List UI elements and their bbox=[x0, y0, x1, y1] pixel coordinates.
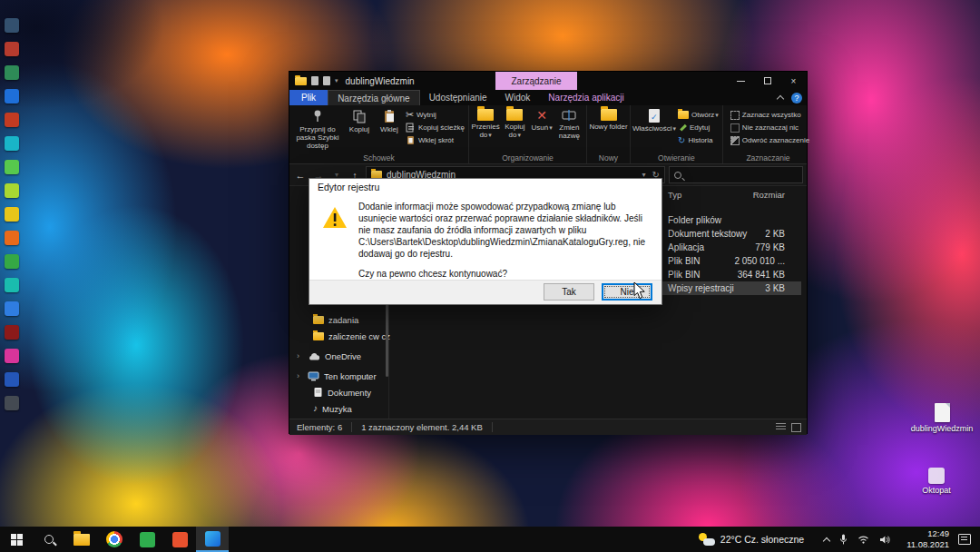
sidebar-item-this-pc[interactable]: › Ten komputer bbox=[289, 368, 389, 384]
tab-file[interactable]: Plik bbox=[289, 90, 328, 105]
cut-button[interactable]: ✂ Wytnij bbox=[406, 109, 465, 121]
taskbar-app-green[interactable] bbox=[131, 527, 163, 552]
history-button[interactable]: ↻ Historia bbox=[678, 134, 719, 146]
chevron-right-icon[interactable]: › bbox=[297, 351, 303, 360]
start-button[interactable] bbox=[0, 527, 33, 552]
ribbon-tabs: Plik Narzędzia główne Udostępnianie Wido… bbox=[289, 90, 807, 105]
system-tray bbox=[815, 534, 899, 545]
maximize-icon bbox=[764, 77, 771, 84]
taskbar-search-button[interactable] bbox=[33, 527, 65, 552]
desktop-icon[interactable] bbox=[5, 231, 19, 245]
back-button[interactable]: ← bbox=[293, 170, 308, 181]
desktop-icon[interactable] bbox=[5, 372, 19, 387]
context-tab-header[interactable]: Zarządzanie bbox=[495, 72, 577, 90]
network-icon[interactable] bbox=[858, 535, 869, 544]
desktop-icon[interactable] bbox=[5, 18, 19, 33]
select-none-button[interactable]: Nie zaznaczaj nic bbox=[730, 122, 809, 133]
chrome-icon bbox=[106, 531, 122, 547]
chevron-right-icon[interactable]: › bbox=[297, 371, 303, 380]
move-to-button[interactable]: Przenieś do bbox=[471, 106, 500, 152]
desktop: ▾ dublingWiedzmin Zarządzanie × Plik Nar… bbox=[0, 0, 980, 552]
properties-button[interactable]: ✓ Właściwości bbox=[632, 106, 676, 152]
action-center-icon[interactable] bbox=[958, 534, 971, 545]
desktop-icon[interactable] bbox=[5, 278, 19, 292]
desktop-icon[interactable] bbox=[5, 136, 19, 151]
copy-to-button[interactable]: Kopiuj do bbox=[500, 106, 529, 152]
tab-home[interactable]: Narzędzia główne bbox=[328, 90, 420, 105]
sidebar-item-zadania[interactable]: zadania bbox=[289, 311, 389, 328]
file-icon bbox=[935, 403, 950, 422]
quick-access-icon[interactable] bbox=[323, 76, 330, 85]
desktop-icon[interactable] bbox=[5, 65, 19, 80]
taskbar-clock[interactable]: 12:49 11.08.2021 bbox=[899, 528, 956, 550]
yes-button[interactable]: Tak bbox=[544, 283, 594, 301]
help-icon[interactable] bbox=[791, 93, 802, 104]
edit-button[interactable]: Edytuj bbox=[678, 122, 719, 133]
desktop-icon-dublingwiedzmin[interactable]: dublingWiedzmin bbox=[912, 403, 972, 434]
no-button[interactable]: Nie bbox=[602, 283, 652, 301]
desktop-icon[interactable] bbox=[5, 183, 19, 198]
close-button[interactable]: × bbox=[780, 72, 807, 90]
column-header-type[interactable]: Typ bbox=[668, 190, 681, 204]
tab-view[interactable]: Widok bbox=[496, 90, 540, 105]
copy-path-button[interactable]: Kopiuj ścieżkę bbox=[406, 122, 465, 133]
new-folder-button[interactable]: Nowy folder bbox=[589, 106, 628, 152]
hidden-icons-chevron[interactable] bbox=[823, 537, 830, 544]
desktop-icon[interactable] bbox=[5, 160, 19, 174]
column-header-size[interactable]: Rozmiar bbox=[689, 190, 785, 204]
desktop-icon[interactable] bbox=[5, 254, 19, 269]
search-input[interactable] bbox=[669, 166, 803, 183]
desktop-icon[interactable] bbox=[5, 89, 19, 104]
taskbar-weather[interactable]: 22°C Cz. słoneczne bbox=[688, 533, 815, 546]
title-bar[interactable]: ▾ dublingWiedzmin Zarządzanie × bbox=[289, 72, 807, 90]
open-button[interactable]: Otwórz bbox=[678, 109, 719, 121]
details-view-button[interactable] bbox=[776, 423, 786, 431]
select-all-button[interactable]: Zaznacz wszystko bbox=[730, 109, 809, 121]
delete-button[interactable]: ✕ Usuń bbox=[529, 106, 554, 152]
paste-shortcut-button[interactable]: Wklej skrót bbox=[406, 134, 465, 146]
ribbon-group-organize: Przenieś do Kopiuj do ✕ Usuń Zmień nazwę bbox=[469, 105, 587, 163]
desktop-icon[interactable] bbox=[5, 42, 19, 56]
collapse-ribbon-icon[interactable] bbox=[777, 95, 784, 103]
ribbon-group-new: Nowy folder Nowy bbox=[587, 105, 631, 163]
chevron-down-icon[interactable]: ▾ bbox=[335, 77, 338, 84]
minimize-button[interactable] bbox=[728, 72, 754, 90]
paste-icon bbox=[382, 109, 397, 123]
sidebar-item-onedrive[interactable]: › OneDrive bbox=[289, 348, 389, 364]
sidebar-scrollbar[interactable] bbox=[386, 295, 388, 377]
desktop-icon[interactable] bbox=[5, 207, 19, 222]
dialog-title[interactable]: Edytor rejestru bbox=[309, 179, 662, 195]
desktop-icon[interactable] bbox=[5, 113, 19, 127]
copy-button[interactable]: Kopiuj bbox=[344, 106, 375, 152]
volume-icon[interactable] bbox=[879, 535, 890, 545]
sidebar-item-music[interactable]: ♪ Muzyka bbox=[289, 400, 389, 417]
quick-access-toolbar: ▾ bbox=[295, 76, 338, 85]
large-icons-view-button[interactable] bbox=[791, 423, 801, 432]
desktop-icon-oktopat[interactable]: Oktopat bbox=[906, 468, 966, 496]
sidebar-item-documents[interactable]: Dokumenty bbox=[289, 384, 389, 400]
taskbar-app-red[interactable] bbox=[163, 527, 196, 552]
desktop-icon-label: dublingWiedzmin bbox=[911, 425, 974, 434]
rename-button[interactable]: Zmień nazwę bbox=[554, 106, 584, 152]
tab-application-tools[interactable]: Narzędzia aplikacji bbox=[539, 90, 632, 105]
desktop-icon[interactable] bbox=[5, 349, 19, 363]
quick-access-icon[interactable] bbox=[311, 76, 318, 85]
tab-share[interactable]: Udostępnianie bbox=[420, 90, 496, 105]
open-icon bbox=[678, 111, 689, 119]
ribbon-group-open: ✓ Właściwości Otwórz Edytuj ↻ bbox=[631, 105, 723, 163]
new-folder-icon bbox=[601, 109, 617, 121]
desktop-icon[interactable] bbox=[5, 301, 19, 316]
microphone-icon[interactable] bbox=[839, 534, 848, 545]
taskbar-file-explorer[interactable] bbox=[65, 527, 98, 552]
taskbar-browser[interactable] bbox=[98, 527, 131, 552]
computer-icon bbox=[308, 371, 319, 381]
invert-selection-button[interactable]: Odwróć zaznaczenie bbox=[730, 134, 809, 146]
pin-to-quick-access-button[interactable]: Przypnij do paska Szybki dostęp bbox=[291, 106, 344, 152]
paste-button[interactable]: Wklej bbox=[375, 106, 404, 152]
maximize-button[interactable] bbox=[754, 72, 780, 90]
desktop-icon[interactable] bbox=[5, 396, 19, 410]
sidebar-item-zaliczenie[interactable]: zaliczenie cw cz bbox=[289, 328, 389, 344]
taskbar-app-active[interactable] bbox=[196, 527, 229, 552]
desktop-icon[interactable] bbox=[5, 325, 19, 340]
windows-logo-icon bbox=[11, 534, 23, 546]
